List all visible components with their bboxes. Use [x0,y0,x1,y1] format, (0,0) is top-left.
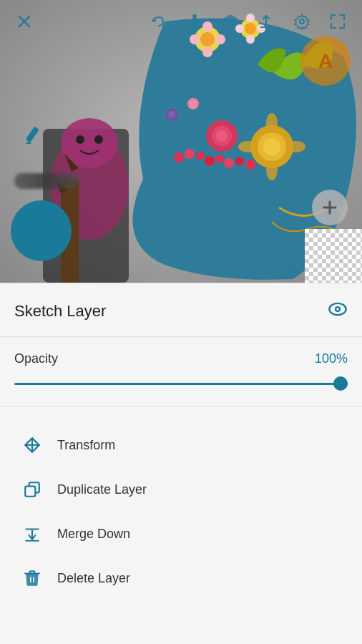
layer-panel: Sketch Layer Opacity 100% [0,283,362,644]
slider-thumb[interactable] [333,376,348,391]
duplicate-icon [14,480,50,499]
transparent-area [305,229,362,283]
svg-point-31 [196,152,205,160]
transform-menu-item[interactable]: Transform [14,423,348,467]
duplicate-label: Duplicate Layer [57,482,147,497]
merge-label: Merge Down [57,527,130,542]
settings-button[interactable] [289,9,315,34]
svg-text:A: A [318,50,333,72]
svg-point-53 [300,19,304,24]
canvas-area: A [0,0,362,283]
add-layer-button[interactable] [312,190,348,225]
transform-label: Transform [57,438,115,453]
undo-button[interactable] [146,9,172,34]
divider [0,406,362,407]
opacity-section: Opacity 100% [0,337,362,391]
svg-point-33 [215,155,224,163]
transform-icon [14,436,50,454]
svg-point-28 [285,141,305,152]
delete-label: Delete Layer [57,571,130,586]
delete-menu-item[interactable]: Delete Layer [14,556,348,600]
fullscreen-button[interactable] [325,9,351,34]
svg-point-27 [238,141,258,152]
menu-list: Transform Duplicate Layer [0,423,362,600]
svg-point-26 [266,160,278,180]
delete-icon [14,569,50,587]
svg-point-40 [190,101,196,107]
merge-icon [14,525,50,543]
brush-stroke [14,173,79,189]
export-button[interactable] [253,9,279,34]
svg-point-24 [263,138,280,155]
layers-button[interactable] [217,9,243,34]
svg-point-35 [235,157,244,165]
duplicate-menu-item[interactable]: Duplicate Layer [14,467,348,512]
svg-point-56 [336,308,339,311]
close-button[interactable] [11,9,37,34]
opacity-value: 100% [315,351,348,366]
toolbar-right [146,9,351,34]
svg-point-36 [245,160,255,170]
layer-name-row: Sketch Layer [0,283,362,337]
svg-point-25 [266,113,278,133]
svg-point-29 [174,152,184,162]
svg-point-38 [168,111,175,118]
svg-point-32 [205,156,215,166]
opacity-label: Opacity [14,351,58,366]
visibility-toggle[interactable] [328,299,348,323]
svg-point-30 [185,149,195,159]
svg-rect-43 [26,127,39,143]
slider-track [14,383,348,385]
svg-marker-50 [224,15,237,22]
svg-point-5 [94,135,103,144]
opacity-slider[interactable] [14,376,348,391]
svg-point-10 [202,47,212,57]
top-toolbar [0,0,362,43]
merge-menu-item[interactable]: Merge Down [14,512,348,556]
brush-button[interactable] [182,9,207,34]
svg-point-49 [192,14,197,17]
svg-point-4 [76,135,84,144]
layer-name: Sketch Layer [14,302,106,321]
opacity-row: Opacity 100% [14,351,348,366]
svg-point-21 [216,130,228,142]
color-swatch[interactable] [11,200,72,261]
svg-point-34 [224,158,234,168]
pencil-icon[interactable] [23,125,46,148]
